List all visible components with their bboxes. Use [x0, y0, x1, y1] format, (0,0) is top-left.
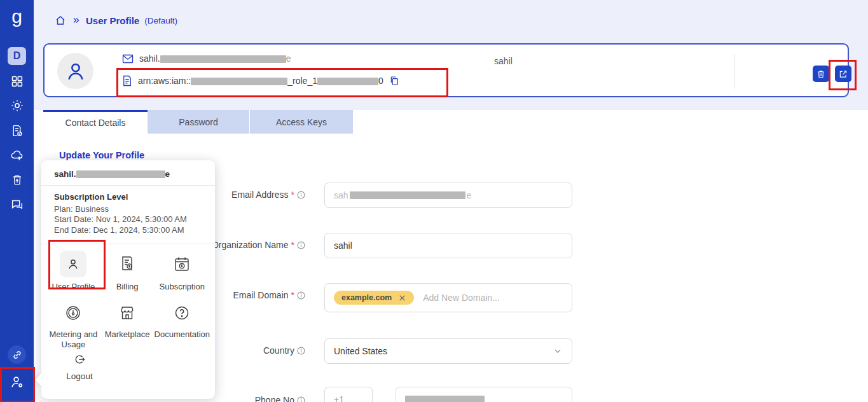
invoice-icon — [120, 251, 135, 277]
user-settings-icon[interactable] — [0, 373, 34, 392]
info-icon[interactable] — [297, 191, 305, 199]
settings-gear-icon[interactable] — [0, 96, 34, 115]
gauge-icon — [65, 301, 81, 325]
menu-item-user-profile[interactable]: User Profile — [46, 251, 100, 292]
profile-card: sahil.e arn:aws:iam::_role_10 sahil — [43, 43, 849, 97]
user-email-row: sahil.e — [122, 53, 291, 64]
menu-item-subscription[interactable]: Subscription — [155, 251, 210, 292]
subscription-start: Start Date: Nov 1, 2024, 5:30:00 AM — [54, 214, 202, 225]
tab-contact-details[interactable]: Contact Details — [43, 110, 148, 134]
popup-menu-grid: User Profile Billing Subscription Meteri… — [41, 244, 215, 350]
dashboard-grid-icon[interactable] — [0, 71, 34, 90]
subscription-end: End Date: Dec 1, 2024, 5:30:00 AM — [54, 225, 202, 236]
workspace-badge[interactable]: D — [8, 47, 26, 65]
chat-icon[interactable] — [0, 195, 34, 214]
subscription-heading: Subscription Level — [54, 192, 202, 203]
storefront-icon — [119, 301, 135, 325]
info-icon[interactable] — [297, 241, 305, 249]
menu-item-documentation[interactable]: Documentation — [155, 301, 210, 350]
subscription-summary: Subscription Level Plan: Business Start … — [41, 186, 215, 244]
open-profile-button[interactable] — [835, 66, 851, 82]
chip-close-icon[interactable] — [398, 294, 406, 302]
menu-item-logout[interactable]: Logout — [41, 353, 118, 381]
popup-user-email: sahil.e — [41, 160, 215, 186]
dial-code-input[interactable]: +1 — [324, 387, 373, 402]
country-select[interactable]: United States — [324, 338, 572, 364]
user-arn-row: arn:aws:iam::_role_10 — [122, 75, 399, 87]
tab-password[interactable]: Password — [148, 110, 249, 134]
section-heading: Update Your Profile — [59, 150, 144, 160]
tab-access-keys[interactable]: Access Keys — [250, 110, 353, 134]
avatar — [57, 53, 93, 89]
card-divider — [734, 54, 734, 89]
domain-chip: example.com — [334, 291, 414, 305]
home-icon[interactable] — [55, 15, 66, 26]
trash-restore-icon[interactable] — [0, 170, 34, 190]
add-domain-field[interactable] — [422, 292, 563, 303]
cloud-upload-icon[interactable] — [0, 146, 34, 165]
delete-user-button[interactable] — [813, 66, 829, 82]
envelope-icon — [122, 54, 134, 64]
organization-name-input[interactable]: sahil — [324, 233, 572, 258]
breadcrumb-suffix: (Default) — [144, 16, 177, 25]
breadcrumb: User Profile (Default) — [55, 14, 177, 27]
info-icon[interactable] — [297, 291, 305, 300]
app-logo[interactable]: g — [0, 4, 34, 29]
account-popup: sahil.e Subscription Level Plan: Busines… — [41, 160, 215, 399]
menu-item-billing[interactable]: Billing — [100, 251, 155, 292]
app-window: g D User P — [0, 0, 868, 402]
email-domain-input[interactable]: example.com — [324, 283, 572, 312]
subscription-plan: Plan: Business — [54, 204, 202, 215]
phone-number-input[interactable] — [396, 387, 572, 402]
menu-item-metering-usage[interactable]: Metering and Usage — [46, 301, 100, 350]
copy-icon[interactable] — [389, 76, 399, 86]
user-email: sahil.e — [139, 53, 291, 64]
user-arn: arn:aws:iam::_role_10 — [138, 76, 383, 86]
org-name-label: sahil — [494, 56, 513, 66]
file-check-icon[interactable] — [0, 121, 34, 140]
email-address-input[interactable]: sahe — [324, 183, 572, 208]
document-icon — [122, 75, 132, 87]
menu-item-marketplace[interactable]: Marketplace — [100, 301, 155, 350]
link-icon[interactable] — [8, 345, 26, 364]
calendar-dollar-icon — [174, 251, 190, 277]
breadcrumb-separator-icon — [71, 16, 81, 25]
chevron-down-icon — [553, 346, 563, 356]
sidebar: g D — [0, 0, 34, 402]
logout-icon — [73, 353, 86, 366]
question-circle-icon — [174, 301, 189, 325]
info-icon[interactable] — [297, 347, 305, 355]
breadcrumb-title[interactable]: User Profile — [86, 15, 139, 26]
user-icon — [60, 251, 86, 277]
info-icon[interactable] — [297, 396, 305, 402]
